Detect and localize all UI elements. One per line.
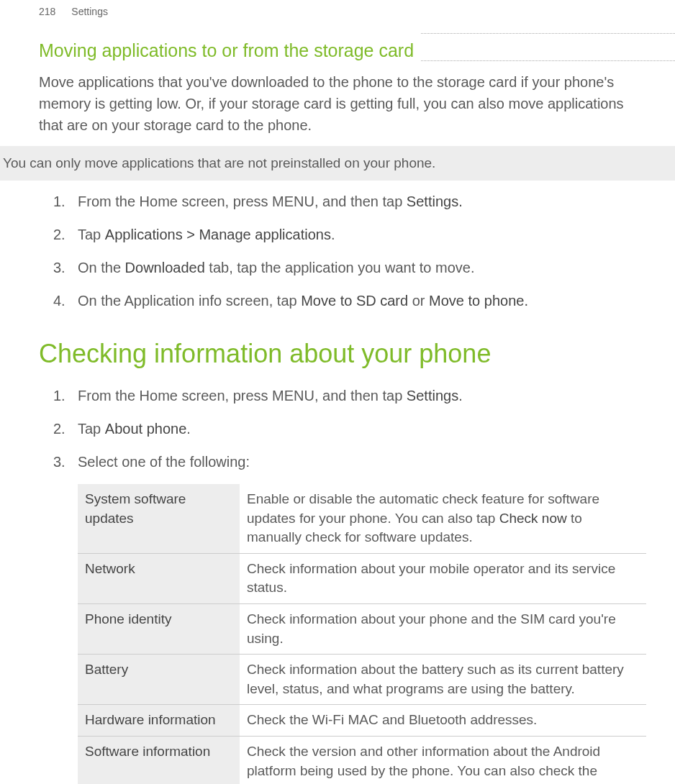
step-strong: Settings. bbox=[407, 193, 463, 209]
section1-steps: 1. From the Home screen, press MENU, and… bbox=[39, 191, 675, 311]
table-label: Battery bbox=[78, 655, 240, 705]
page-number: 218 bbox=[39, 6, 55, 17]
step-number: 1. bbox=[53, 191, 65, 212]
section2-steps: 1. From the Home screen, press MENU, and… bbox=[39, 385, 675, 473]
step-text: Select one of the following: bbox=[78, 454, 250, 470]
table-desc: Enable or disable the automatic check fe… bbox=[240, 484, 646, 553]
step-text: Tap bbox=[78, 227, 105, 242]
list-item: 4. On the Application info screen, tap M… bbox=[78, 290, 646, 311]
table-label: Network bbox=[78, 553, 240, 603]
step-post: . bbox=[331, 227, 335, 242]
table-desc: Check the Wi-Fi MAC and Bluetooth addres… bbox=[240, 705, 646, 737]
step-post: . bbox=[186, 421, 191, 437]
table-desc: Check information about your mobile oper… bbox=[240, 553, 646, 603]
desc-pre: Check the version and other information … bbox=[247, 744, 600, 784]
list-item: 1. From the Home screen, press MENU, and… bbox=[78, 191, 646, 212]
step-number: 2. bbox=[53, 224, 65, 245]
note-text: You can only move applications that are … bbox=[0, 155, 435, 171]
table-row: System software updates Enable or disabl… bbox=[78, 484, 646, 553]
table-label: Phone identity bbox=[78, 603, 240, 654]
list-item: 3. On the Downloaded tab, tap the applic… bbox=[78, 257, 646, 278]
table-desc: Check information about the battery such… bbox=[240, 655, 646, 705]
about-phone-table-wrap: System software updates Enable or disabl… bbox=[39, 484, 675, 784]
section1-heading: Moving applications to or from the stora… bbox=[39, 33, 421, 61]
section1-intro: Move applications that you've downloaded… bbox=[39, 71, 675, 136]
table-desc: Check information about your phone and t… bbox=[240, 603, 646, 654]
step-post: tab, tap the application you want to mov… bbox=[205, 260, 475, 275]
step-strong2: Move to phone. bbox=[429, 293, 528, 309]
desc-pre: Check information about your phone and t… bbox=[247, 611, 616, 646]
step-text: From the Home screen, press MENU, and th… bbox=[78, 193, 407, 209]
step-text: From the Home screen, press MENU, and th… bbox=[78, 388, 407, 404]
step-post: . bbox=[458, 388, 463, 404]
step-number: 3. bbox=[53, 451, 65, 473]
list-item: 2. Tap About phone. bbox=[78, 418, 646, 439]
step-strong: About phone bbox=[105, 421, 186, 437]
table-row: Battery Check information about the batt… bbox=[78, 655, 646, 705]
section2-heading: Checking information about your phone bbox=[39, 339, 675, 369]
table-row: Phone identity Check information about y… bbox=[78, 603, 646, 654]
step-mid: or bbox=[408, 293, 429, 309]
step-number: 2. bbox=[53, 418, 65, 439]
page-container: 218 Settings Moving applications to or f… bbox=[0, 0, 675, 784]
table-desc: Check the version and other information … bbox=[240, 736, 646, 784]
step-text: On the bbox=[78, 260, 125, 275]
table-row: Hardware information Check the Wi-Fi MAC… bbox=[78, 705, 646, 737]
desc-pre: Check information about your mobile oper… bbox=[247, 561, 615, 596]
section-heading-container: Moving applications to or from the stora… bbox=[39, 33, 675, 61]
step-number: 1. bbox=[53, 385, 65, 406]
step-number: 3. bbox=[53, 257, 65, 278]
list-item: 1. From the Home screen, press MENU, and… bbox=[78, 385, 646, 406]
table-label: Hardware information bbox=[78, 705, 240, 737]
desc-strong: Check now bbox=[499, 511, 567, 526]
step-strong: Applications > Manage applications bbox=[105, 227, 331, 242]
about-phone-table: System software updates Enable or disabl… bbox=[78, 484, 646, 784]
note-callout: You can only move applications that are … bbox=[0, 146, 675, 181]
table-label: System software updates bbox=[78, 484, 240, 553]
list-item: 3. Select one of the following: bbox=[78, 451, 646, 473]
step-strong: Settings bbox=[407, 388, 458, 404]
desc-pre: Check the Wi-Fi MAC and Bluetooth addres… bbox=[247, 712, 537, 727]
desc-pre: Check information about the battery such… bbox=[247, 662, 624, 696]
step-text: Tap bbox=[78, 421, 105, 437]
step-number: 4. bbox=[53, 290, 65, 311]
step-text: On the Application info screen, tap bbox=[78, 293, 301, 309]
header-breadcrumb: Settings bbox=[71, 6, 108, 17]
table-row: Software information Check the version a… bbox=[78, 736, 646, 784]
table-label: Software information bbox=[78, 736, 240, 784]
step-strong: Move to SD card bbox=[301, 293, 408, 309]
table-row: Network Check information about your mob… bbox=[78, 553, 646, 603]
page-header: 218 Settings bbox=[0, 0, 675, 22]
list-item: 2. Tap Applications > Manage application… bbox=[78, 224, 646, 245]
step-strong: Downloaded bbox=[125, 260, 205, 275]
